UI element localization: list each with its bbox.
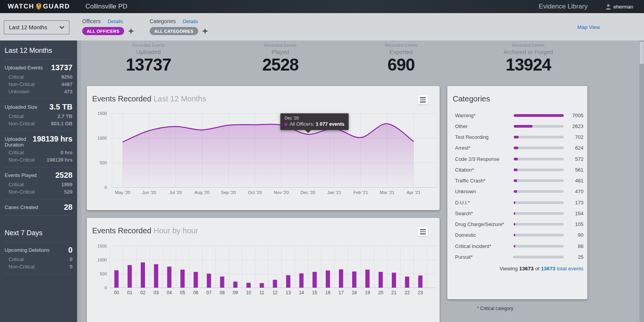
sub-value: 0 hrs	[61, 149, 72, 156]
date-range-select[interactable]: Last 12 Months	[4, 20, 69, 34]
sub-value: 529	[64, 188, 72, 196]
scrollbar-thumb[interactable]	[640, 42, 644, 64]
all-officers-chip[interactable]: ALL OFFICERS	[82, 27, 124, 35]
category-bar	[514, 147, 564, 149]
svg-text:02: 02	[140, 290, 146, 295]
officers-details-link[interactable]: Details	[108, 19, 123, 24]
card-title-main: Events Recorded	[92, 94, 151, 103]
svg-text:12: 12	[272, 290, 278, 295]
add-officer-filter-button[interactable]: +	[128, 27, 134, 35]
svg-text:1000: 1000	[98, 136, 107, 140]
category-row[interactable]: Pursuit* 25	[455, 251, 584, 262]
svg-text:Oct '20: Oct '20	[248, 190, 262, 195]
sub-value: 9250	[61, 73, 72, 81]
category-row[interactable]: Traffic Crash* 481	[455, 175, 584, 186]
sub-label: Critical	[8, 256, 24, 263]
category-bar	[514, 125, 564, 128]
category-label: Warning*	[455, 113, 514, 118]
content-area: Recorded Events Uploaded 13737Recorded E…	[81, 40, 639, 322]
stat-value: 2528	[262, 55, 298, 74]
tooltip-arrow	[305, 130, 311, 133]
sub-label: Non-Critical	[8, 156, 35, 164]
metric-sub-row: Critical 0 hrs	[5, 149, 72, 156]
category-row[interactable]: Other 2623	[455, 121, 584, 131]
category-row[interactable]: Domestic 90	[455, 230, 584, 241]
category-row[interactable]: Drug Charge/Seizure* 105	[455, 219, 584, 230]
sidebar-metric: Upcoming Deletions 0 Critical 0 Non-Crit…	[5, 246, 72, 274]
category-bar-fill	[514, 158, 518, 160]
category-row[interactable]: Code 2/3 Response 572	[455, 153, 584, 164]
svg-text:17: 17	[339, 290, 344, 295]
metric-label: Uploaded Events	[5, 63, 43, 71]
map-view-link[interactable]: Map View	[577, 24, 600, 30]
category-bar-fill	[514, 179, 517, 182]
category-row[interactable]: Test Recording 702	[455, 132, 584, 143]
logo-text-watch: WATCH	[8, 3, 34, 10]
category-value: 154	[564, 211, 584, 216]
category-row[interactable]: Arrest* 624	[455, 143, 584, 153]
sidebar-metric: Uploaded Size 3.5 TB Critical 2.7 TB Non…	[5, 103, 72, 131]
stat-kicker: Recorded Events	[262, 43, 298, 47]
add-category-filter-button[interactable]: +	[202, 27, 208, 35]
category-bar-fill	[514, 147, 518, 149]
category-value: 90	[564, 232, 584, 238]
metric-sub-row: Non-Critical 529	[5, 188, 72, 196]
category-row[interactable]: D.U.I.* 173	[455, 197, 584, 208]
category-value: 702	[564, 134, 584, 140]
category-value: 88	[564, 243, 584, 249]
category-label: Test Recording	[455, 134, 514, 140]
svg-text:08: 08	[219, 290, 225, 295]
person-icon	[605, 4, 611, 10]
sub-value: 473	[64, 88, 72, 95]
svg-text:Jun '20: Jun '20	[142, 190, 156, 195]
total-events-link[interactable]: 13673 total events	[541, 266, 583, 271]
categories-label: Categories	[150, 18, 176, 24]
metric-sub-row: Non-Critical 0	[5, 263, 72, 270]
category-label: Arrest*	[455, 145, 514, 151]
chart-menu-button[interactable]	[418, 95, 428, 105]
sub-label: Non-Critical	[8, 81, 35, 88]
category-row[interactable]: Citation* 561	[455, 164, 584, 175]
sub-value: 4487	[61, 81, 72, 88]
svg-text:500: 500	[100, 271, 107, 276]
svg-text:Feb '21: Feb '21	[353, 190, 368, 195]
card-title: Events Recorded Last 12 Months	[92, 94, 206, 103]
all-categories-chip[interactable]: ALL CATEGORIES	[150, 27, 198, 35]
monthly-events-line-chart[interactable]: 150010005000May '20Jun '20Jul '20Aug '20…	[90, 108, 438, 199]
metric-label: Uploaded Duration	[5, 135, 33, 148]
stat-value: 690	[385, 55, 417, 74]
svg-text:Mar '21: Mar '21	[380, 190, 394, 195]
category-label: Citation*	[455, 167, 514, 173]
sub-label: Critical	[8, 149, 24, 156]
categories-details-link[interactable]: Details	[183, 19, 198, 24]
category-value: 173	[564, 200, 584, 206]
category-bar	[514, 179, 564, 182]
user-menu[interactable]: eherman	[605, 4, 633, 10]
category-bar-fill	[514, 223, 515, 226]
category-row[interactable]: Search* 154	[455, 208, 584, 219]
hourly-events-bar-chart[interactable]: 1500100050000001020304050607080910111213…	[90, 238, 438, 298]
category-bar	[514, 201, 564, 204]
category-row[interactable]: Warning* 7005	[455, 110, 584, 121]
chart-menu-button[interactable]	[418, 227, 428, 236]
recorded-events-stat: Recorded Events Uploaded 13737	[126, 43, 171, 74]
recorded-events-stat: Recorded Events Played 2528	[262, 43, 298, 74]
tooltip-series: All Officers:	[290, 121, 314, 127]
metric-sub-row: Critical 9250	[5, 73, 72, 81]
recorded-events-stat: Recorded Events Archived or Purged 13924	[504, 43, 553, 74]
metric-value: 0	[68, 246, 72, 255]
category-row[interactable]: Unknown 470	[455, 186, 584, 197]
svg-text:Sep '20: Sep '20	[221, 190, 236, 195]
sub-value: 198139 hrs	[47, 156, 72, 164]
metric-label: Uploaded Size	[5, 103, 37, 110]
page-scrollbar[interactable]	[639, 40, 644, 322]
category-bar	[514, 136, 564, 138]
category-value: 481	[564, 178, 584, 184]
categories-card: Categories Warning* 7005Other 2623Test R…	[447, 86, 587, 299]
category-bar	[514, 169, 564, 171]
chevron-down-icon	[59, 26, 64, 29]
sub-label: Non-Critical	[8, 120, 35, 127]
svg-text:May '20: May '20	[115, 190, 130, 195]
category-row[interactable]: Critical Incident* 88	[455, 241, 584, 251]
sidebar-scrollbar[interactable]	[77, 40, 81, 322]
